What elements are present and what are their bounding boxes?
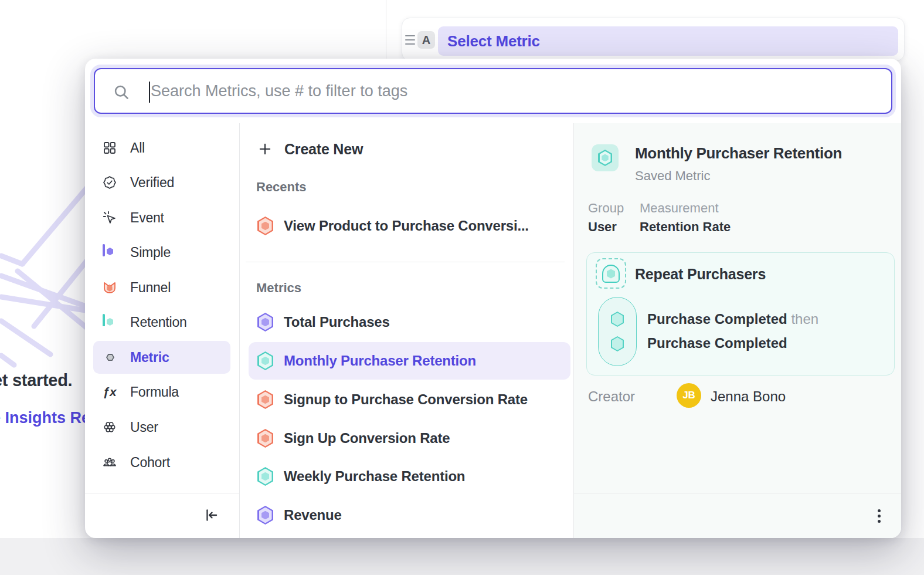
retention-arch-icon — [103, 315, 117, 329]
select-metric-button[interactable]: Select Metric — [438, 26, 898, 56]
plus-icon — [257, 141, 273, 157]
retention-definition-card: Repeat Purchasers Purchase Completed the… — [586, 252, 895, 376]
sidebar-item-simple[interactable]: Simple — [93, 236, 230, 269]
hexagon-coral-icon — [257, 390, 273, 409]
sidebar-item-label: Formula — [130, 384, 179, 400]
definition-step-1: Purchase Completed then — [647, 311, 818, 327]
event-hexagon-icon — [611, 312, 624, 327]
text-cursor — [149, 82, 150, 103]
metric-picker-modal: All Verified — [85, 59, 901, 538]
creator-avatar: JB — [677, 383, 701, 408]
sidebar-item-label: Retention — [130, 314, 187, 330]
hexagon-coral-icon — [257, 429, 273, 448]
group-value: User — [588, 219, 617, 235]
metric-item-weekly-purchase-retention[interactable]: Weekly Purchase Retention — [249, 458, 570, 495]
grid-icon — [103, 141, 117, 155]
filter-sidebar: All Verified — [85, 123, 239, 538]
search-box — [94, 68, 892, 114]
repeat-purchasers-icon — [596, 258, 626, 289]
hexagon-teal-icon — [257, 467, 273, 486]
series-letter-badge[interactable]: A — [417, 31, 435, 49]
funnel-icon — [103, 280, 117, 295]
metric-details-panel: Monthly Purchaser Retention Saved Metric… — [573, 123, 901, 538]
metric-item-label: Revenue — [284, 507, 342, 523]
group-label: Group — [588, 201, 624, 216]
sidebar-item-user[interactable]: User — [93, 411, 230, 444]
metric-row-card: A Select Metric — [402, 18, 905, 61]
metric-item-label: Monthly Purchaser Retention — [284, 353, 476, 369]
metric-type-tile-icon — [592, 144, 619, 171]
more-options-button[interactable] — [870, 506, 888, 525]
metric-item-label: Sign Up Conversion Rate — [284, 430, 450, 447]
metric-item-sign-up-conversion[interactable]: Sign Up Conversion Rate — [249, 420, 570, 457]
event-cursor-icon — [103, 211, 117, 225]
sidebar-item-verified[interactable]: Verified — [93, 166, 230, 199]
sidebar-item-label: Metric — [130, 350, 169, 366]
metric-picker-screen: et started. e Insights Re A Select Metri… — [0, 0, 924, 575]
measurement-label: Measurement — [640, 201, 719, 216]
creator-label: Creator — [588, 388, 635, 405]
metric-list-column: Create New Recents View Product to Purch… — [239, 123, 573, 538]
recent-metric-item[interactable]: View Product to Purchase Conversi... — [249, 209, 570, 242]
select-metric-label: Select Metric — [447, 32, 540, 50]
sidebar-item-label: All — [130, 140, 145, 156]
drag-handle-icon[interactable] — [405, 35, 415, 45]
metric-item-revenue[interactable]: Revenue — [249, 496, 570, 534]
sidebar-item-all[interactable]: All — [93, 131, 230, 164]
metric-hexagon-icon — [103, 350, 117, 364]
page-footer-background — [0, 538, 924, 575]
metric-item-signup-to-purchase[interactable]: Signup to Purchase Conversion Rate — [249, 381, 570, 418]
collapse-sidebar-button[interactable] — [200, 506, 223, 524]
definition-name: Repeat Purchasers — [635, 266, 766, 283]
event-hexagon-icon — [611, 336, 624, 351]
metric-item-monthly-purchaser-retention[interactable]: Monthly Purchaser Retention — [249, 342, 570, 380]
list-section-divider — [246, 262, 565, 262]
metrics-header: Metrics — [256, 280, 301, 296]
hexagon-purple-icon — [257, 506, 273, 525]
details-subtitle: Saved Metric — [635, 168, 710, 184]
metric-item-label: Signup to Purchase Conversion Rate — [284, 391, 528, 408]
sidebar-item-funnel[interactable]: Funnel — [93, 271, 230, 304]
creator-name: Jenna Bono — [711, 388, 786, 405]
details-title: Monthly Purchaser Retention — [635, 144, 842, 163]
metric-item-label: Total Purchases — [284, 314, 390, 330]
search-input[interactable] — [95, 69, 891, 113]
background-link-fragment[interactable]: e Insights Re — [0, 409, 90, 427]
sidebar-item-label: User — [130, 420, 158, 435]
event-sequence-pill — [598, 297, 637, 366]
modal-body: All Verified — [85, 123, 901, 538]
sidebar-item-label: Funnel — [130, 280, 171, 296]
metric-item-label: Weekly Purchase Retention — [284, 468, 465, 485]
sidebar-item-label: Cohort — [130, 455, 170, 471]
sidebar-item-label: Verified — [130, 175, 174, 191]
verified-badge-icon — [103, 175, 117, 190]
create-new-button[interactable]: Create New — [253, 133, 363, 165]
create-new-label: Create New — [284, 141, 363, 158]
sidebar-item-label: Simple — [130, 245, 171, 261]
definition-step-2: Purchase Completed — [647, 335, 787, 351]
recent-metric-label: View Product to Purchase Conversi... — [284, 218, 529, 234]
hexagon-teal-icon — [257, 351, 273, 370]
background-heading-fragment: et started. — [0, 371, 72, 390]
recents-header: Recents — [256, 180, 307, 195]
sidebar-item-label: Event — [130, 210, 164, 226]
sidebar-item-event[interactable]: Event — [93, 201, 230, 234]
metric-item-total-purchases[interactable]: Total Purchases — [249, 303, 570, 341]
sidebar-item-metric[interactable]: Metric — [93, 341, 230, 374]
formula-fx-icon: ƒx — [103, 385, 117, 399]
sidebar-item-cohort[interactable]: Cohort — [93, 446, 230, 479]
measurement-value: Retention Rate — [640, 219, 731, 235]
then-connector: then — [791, 311, 818, 327]
simple-metric-icon — [103, 245, 117, 259]
user-cluster-icon — [103, 420, 117, 434]
hexagon-purple-icon — [257, 313, 273, 332]
details-footer-divider — [574, 493, 901, 493]
cohort-people-icon — [103, 455, 117, 469]
sidebar-item-formula[interactable]: ƒx Formula — [93, 376, 230, 408]
sidebar-item-retention[interactable]: Retention — [93, 306, 230, 339]
hexagon-teal-icon — [598, 150, 612, 166]
collapse-left-icon — [204, 508, 219, 523]
hexagon-coral-icon — [257, 217, 273, 235]
sidebar-footer-divider — [85, 493, 239, 493]
